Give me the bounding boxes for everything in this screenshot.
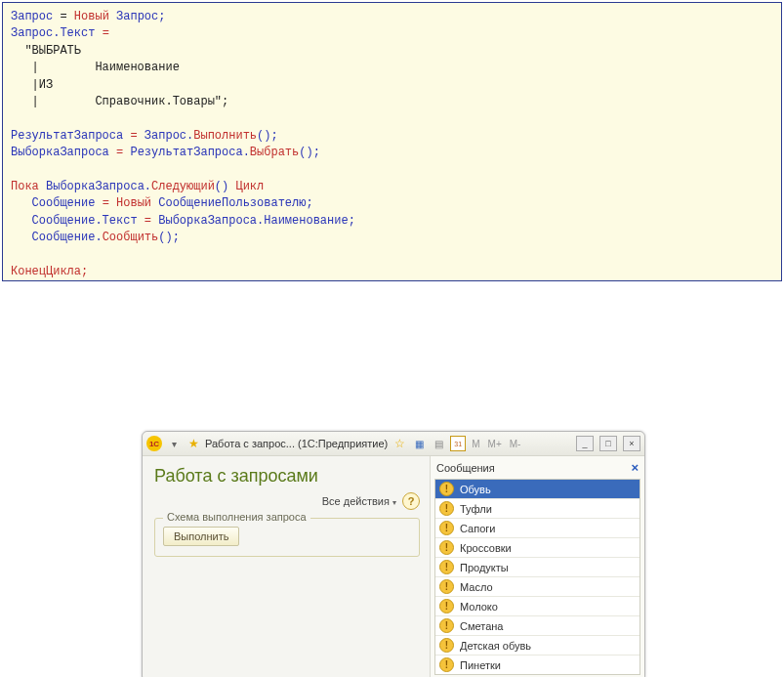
code-editor[interactable]: Запрос = Новый Запрос; Запрос.Текст = "В… xyxy=(2,2,782,281)
